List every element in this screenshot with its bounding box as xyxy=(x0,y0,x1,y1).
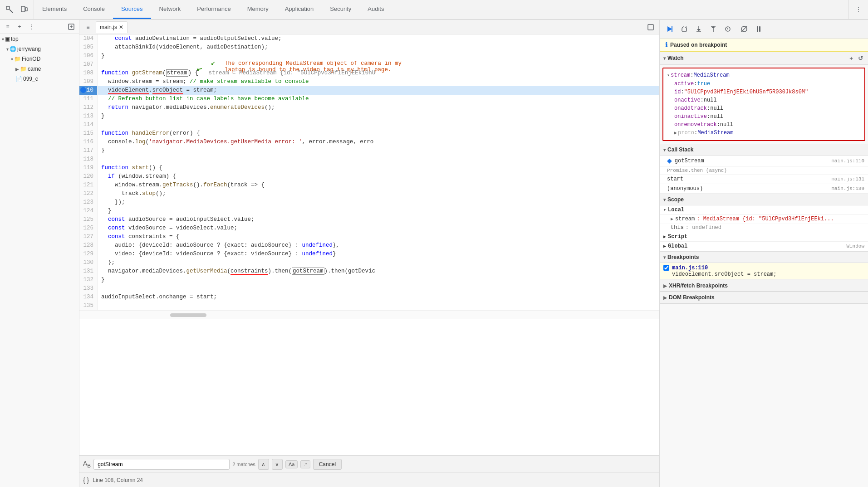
pretty-print-button[interactable]: { } xyxy=(83,477,89,484)
breakpoints-section: ▾ Breakpoints main.js:110 videoElement.s… xyxy=(660,252,868,280)
file-tree-item-099c[interactable]: 📄 099_c xyxy=(0,74,79,84)
step-button[interactable] xyxy=(721,23,734,35)
call-entry-start[interactable]: start main.js:131 xyxy=(660,175,868,184)
search-next-button[interactable]: ∨ xyxy=(272,459,283,470)
breakpoints-header[interactable]: ▾ Breakpoints xyxy=(660,252,868,263)
step-into-button[interactable] xyxy=(692,23,705,35)
new-tab-button[interactable] xyxy=(66,22,76,32)
code-line-131: 131 navigator.mediaDevices.getUserMedia(… xyxy=(79,267,659,276)
code-line-126: 126 const videoSource = videoSelect.valu… xyxy=(79,224,659,233)
show-navigator-button[interactable]: ≡ xyxy=(3,22,13,32)
debugger-toolbar xyxy=(660,20,868,39)
use-regex-button[interactable]: .* xyxy=(300,460,310,468)
tab-sources[interactable]: Sources xyxy=(113,0,151,19)
code-line-110: 110 videoElement.srcObject = stream; xyxy=(79,86,659,95)
device-toolbar-button[interactable] xyxy=(17,3,31,16)
breakpoint-checkbox[interactable] xyxy=(663,265,669,271)
scope-group-local[interactable]: ▾ Local xyxy=(660,205,868,215)
xhr-chevron-icon: ▶ xyxy=(663,283,667,288)
match-case-button[interactable]: Aa xyxy=(285,460,298,468)
dom-breakpoints-header[interactable]: ▶ DOM Breakpoints xyxy=(660,292,868,303)
breakpoint-item-110: main.js:110 videoElement.srcObject = str… xyxy=(660,263,868,280)
xhr-breakpoints-label: XHR/fetch Breakpoints xyxy=(669,282,728,289)
svg-marker-8 xyxy=(667,26,672,32)
code-line-128: 128 audio: {deviceId: audioSource ? {exa… xyxy=(79,241,659,250)
resume-button[interactable] xyxy=(663,23,676,35)
watch-prop-active: active : true xyxy=(674,80,861,88)
code-editor[interactable]: 104 const audioDestination = audioOutput… xyxy=(79,34,659,455)
info-icon: ℹ xyxy=(665,41,667,49)
code-line-132: 132 } xyxy=(79,276,659,284)
watch-prop-proto: ▶ proto : MediaStream xyxy=(674,129,861,137)
scope-script-chevron: ▶ xyxy=(663,234,666,239)
horizontal-scroll-thumb[interactable] xyxy=(170,313,206,317)
svg-line-1 xyxy=(10,10,13,13)
tab-console[interactable]: Console xyxy=(75,0,113,19)
code-line-114: 114 xyxy=(79,121,659,129)
svg-rect-7 xyxy=(648,24,653,30)
add-folder-to-workspace[interactable]: + xyxy=(15,22,25,32)
scope-group-global[interactable]: ▶ Global Window xyxy=(660,242,868,251)
file-tree-item-fiorod[interactable]: ▾ 📁 FioriOD xyxy=(0,54,79,64)
watch-prop-onaddtrack: onaddtrack : null xyxy=(674,104,861,112)
watch-section-header[interactable]: ▾ Watch + ↺ xyxy=(660,52,868,65)
scope-header[interactable]: ▾ Scope xyxy=(660,194,868,205)
code-line-109: 109 window.stream = stream; // make stre… xyxy=(79,78,659,86)
file-tree-toolbar: ≡ + ⋮ xyxy=(0,20,79,34)
watch-prop-oninactive: oninactive : null xyxy=(674,112,861,121)
call-entry-anonymous[interactable]: (anonymous) main.js:139 xyxy=(660,184,868,194)
tab-performance[interactable]: Performance xyxy=(189,0,239,19)
case-sensitive-toggle[interactable]: AB xyxy=(83,460,91,468)
dom-breakpoints-section: ▶ DOM Breakpoints xyxy=(660,292,868,304)
svg-rect-24 xyxy=(757,26,758,32)
deactivate-breakpoints-button[interactable] xyxy=(738,23,750,35)
pause-on-exceptions-button[interactable] xyxy=(752,23,765,35)
step-over-button[interactable] xyxy=(678,23,691,35)
xhr-breakpoints-header[interactable]: ▶ XHR/fetch Breakpoints xyxy=(660,280,868,292)
more-options-btn[interactable]: ⋮ xyxy=(26,22,36,32)
folder-icon-fiorod: 📁 xyxy=(14,56,21,62)
svg-rect-0 xyxy=(6,6,10,10)
code-line-106: 106 } xyxy=(79,52,659,60)
call-stack-header[interactable]: ▾ Call Stack xyxy=(660,144,868,156)
code-line-119: 119 function start() { xyxy=(79,164,659,172)
code-line-111: 111 // Refresh button list in case label… xyxy=(79,95,659,103)
tab-security[interactable]: Security xyxy=(322,0,359,19)
inspect-element-button[interactable] xyxy=(3,3,16,16)
scope-stream-expand[interactable]: ▶ xyxy=(671,216,673,222)
call-stack-label: Call Stack xyxy=(667,146,693,153)
tab-memory[interactable]: Memory xyxy=(239,0,277,19)
tab-audits[interactable]: Audits xyxy=(359,0,392,19)
file-tree-label-fiorod: FioriOD xyxy=(22,56,40,62)
tab-application[interactable]: Application xyxy=(277,0,322,19)
breakpoints-label: Breakpoints xyxy=(667,254,699,260)
call-stack-body: ◆ gotStream main.js:110 Promise.then (as… xyxy=(660,156,868,194)
search-input[interactable] xyxy=(93,459,230,470)
devtools-left-icons xyxy=(0,0,34,19)
file-tree-label-came: came xyxy=(28,66,41,72)
create-snippet-btn[interactable] xyxy=(644,20,657,34)
code-scrollbar-horizontal[interactable] xyxy=(79,310,659,319)
scope-group-script[interactable]: ▶ Script xyxy=(660,232,868,242)
scope-section: ▾ Scope ▾ Local ▶ stream : MediaStream {… xyxy=(660,194,868,252)
call-entry-gotstream[interactable]: ◆ gotStream main.js:110 xyxy=(660,156,868,167)
step-out-button[interactable] xyxy=(707,23,720,35)
file-tree-item-jerrywang[interactable]: ▾ 🌐 jerrywang xyxy=(0,44,79,54)
tab-network[interactable]: Network xyxy=(151,0,189,19)
file-tree-item-came[interactable]: ▶ 📁 came xyxy=(0,64,79,74)
file-tree-item-top[interactable]: ▾ ▣ top xyxy=(0,34,79,44)
svg-rect-25 xyxy=(759,26,760,32)
close-tab-icon[interactable]: ✕ xyxy=(119,24,123,30)
debugger-right-content: ℹ Paused on breakpoint ▾ Watch + ↺ ▾ xyxy=(660,39,868,487)
watch-add-button[interactable]: + xyxy=(847,54,855,62)
watch-refresh-button[interactable]: ↺ xyxy=(856,54,864,62)
code-tab-mainjs[interactable]: main.js ✕ xyxy=(96,21,128,33)
sources-navigator-toggle[interactable]: ≡ xyxy=(81,20,95,34)
more-tools-button[interactable]: ⋮ xyxy=(852,3,865,16)
code-line-121: 121 window.stream.getTracks().forEach(tr… xyxy=(79,181,659,190)
cancel-search-button[interactable]: Cancel xyxy=(313,459,342,470)
file-tree: ▾ ▣ top ▾ 🌐 jerrywang ▾ 📁 FioriOD ▶ 📁 ca… xyxy=(0,34,79,487)
search-prev-button[interactable]: ∧ xyxy=(258,459,269,470)
tab-elements[interactable]: Elements xyxy=(34,0,75,19)
file-tree-label-099c: 099_c xyxy=(23,76,38,82)
